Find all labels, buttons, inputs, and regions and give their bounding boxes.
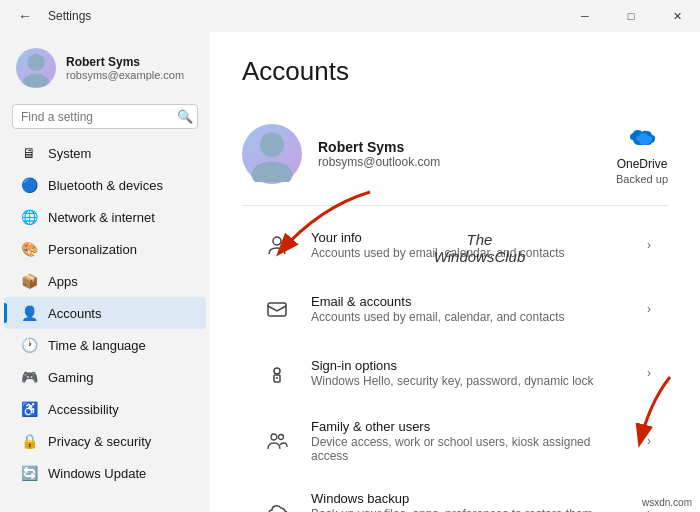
nav-icon-accessibility: ♿ [20, 400, 38, 418]
settings-desc-email-accounts: Accounts used by email, calendar, and co… [311, 310, 631, 324]
wsxdn-badge: wsxdn.com [642, 497, 692, 508]
chevron-icon-sign-in: › [647, 366, 651, 380]
profile-name: Robert Syms [318, 139, 600, 155]
sidebar-item-system[interactable]: 🖥 System [4, 137, 206, 169]
sidebar-item-accessibility[interactable]: ♿ Accessibility [4, 393, 206, 425]
settings-item-sign-in[interactable]: Sign-in options Windows Hello, security … [242, 342, 668, 404]
nav-icon-network: 🌐 [20, 208, 38, 226]
settings-icon-family [259, 423, 295, 459]
sidebar-item-network[interactable]: 🌐 Network & internet [4, 201, 206, 233]
settings-text-your-info: Your info Accounts used by email, calend… [311, 230, 631, 260]
settings-desc-your-info: Accounts used by email, calendar, and co… [311, 246, 631, 260]
app-body: Robert Syms robsyms@example.com 🔍 🖥 Syst… [0, 32, 700, 512]
onedrive-status: Backed up [616, 173, 668, 185]
sidebar-item-update[interactable]: 🔄 Windows Update [4, 457, 206, 489]
settings-item-family[interactable]: Family & other users Device access, work… [242, 406, 668, 476]
maximize-button[interactable]: □ [608, 0, 654, 32]
onedrive-icon [626, 123, 658, 155]
nav-icon-bluetooth: 🔵 [20, 176, 38, 194]
sidebar-user-name: Robert Syms [66, 55, 194, 69]
close-button[interactable]: ✕ [654, 0, 700, 32]
nav-icon-privacy: 🔒 [20, 432, 38, 450]
nav-label-gaming: Gaming [48, 370, 94, 385]
settings-icon-sign-in [259, 355, 295, 391]
nav-label-accessibility: Accessibility [48, 402, 119, 417]
settings-icon-email-accounts [259, 291, 295, 327]
profile-info: Robert Syms robsyms@outlook.com [318, 139, 600, 169]
chevron-icon-your-info: › [647, 238, 651, 252]
settings-icon-your-info [259, 227, 295, 263]
profile-card: Robert Syms robsyms@outlook.com OneDrive [242, 107, 668, 206]
svg-point-4 [273, 237, 281, 245]
onedrive-label: OneDrive [617, 157, 668, 171]
settings-title-email-accounts: Email & accounts [311, 294, 631, 309]
settings-title-sign-in: Sign-in options [311, 358, 631, 373]
profile-avatar-large [242, 124, 302, 184]
sidebar-search-box[interactable]: 🔍 [12, 104, 198, 129]
sidebar-user-email: robsyms@example.com [66, 69, 194, 81]
sidebar-item-personalization[interactable]: 🎨 Personalization [4, 233, 206, 265]
svg-point-1 [23, 74, 50, 87]
sidebar-item-apps[interactable]: 📦 Apps [4, 265, 206, 297]
nav-icon-time: 🕐 [20, 336, 38, 354]
sidebar-item-bluetooth[interactable]: 🔵 Bluetooth & devices [4, 169, 206, 201]
settings-desc-family: Device access, work or school users, kio… [311, 435, 631, 463]
nav-label-apps: Apps [48, 274, 78, 289]
nav-icon-gaming: 🎮 [20, 368, 38, 386]
svg-point-8 [276, 377, 278, 379]
content-wrapper: Accounts Robert Syms robsyms@outlook.com [210, 32, 700, 512]
sidebar-avatar [16, 48, 56, 88]
settings-item-email-accounts[interactable]: Email & accounts Accounts used by email,… [242, 278, 668, 340]
svg-point-2 [260, 133, 284, 157]
onedrive-badge: OneDrive Backed up [616, 123, 668, 185]
content-inner: Accounts Robert Syms robsyms@outlook.com [210, 32, 700, 512]
settings-item-your-info[interactable]: Your info Accounts used by email, calend… [242, 214, 668, 276]
nav-label-update: Windows Update [48, 466, 146, 481]
settings-item-backup[interactable]: Windows backup Back up your files, apps,… [242, 478, 668, 512]
settings-desc-backup: Back up your files, apps, preferences to… [311, 507, 631, 512]
nav-list: 🖥 System 🔵 Bluetooth & devices 🌐 Network… [0, 137, 210, 489]
svg-point-10 [279, 435, 284, 440]
title-bar-controls: ─ □ ✕ [562, 0, 700, 32]
settings-title-family: Family & other users [311, 419, 631, 434]
svg-point-3 [251, 161, 292, 182]
back-button[interactable]: ← [12, 4, 38, 28]
settings-list: Your info Accounts used by email, calend… [242, 214, 668, 512]
sidebar-item-accounts[interactable]: 👤 Accounts [4, 297, 206, 329]
search-icon: 🔍 [177, 109, 193, 124]
title-bar-left: ← Settings [12, 4, 91, 28]
nav-label-time: Time & language [48, 338, 146, 353]
settings-title-backup: Windows backup [311, 491, 631, 506]
nav-icon-accounts: 👤 [20, 304, 38, 322]
sidebar-profile: Robert Syms robsyms@example.com [0, 40, 210, 104]
nav-label-network: Network & internet [48, 210, 155, 225]
search-input[interactable] [21, 110, 171, 124]
nav-label-accounts: Accounts [48, 306, 101, 321]
settings-text-family: Family & other users Device access, work… [311, 419, 631, 463]
minimize-button[interactable]: ─ [562, 0, 608, 32]
sidebar-item-privacy[interactable]: 🔒 Privacy & security [4, 425, 206, 457]
settings-title-your-info: Your info [311, 230, 631, 245]
settings-text-backup: Windows backup Back up your files, apps,… [311, 491, 631, 512]
nav-icon-update: 🔄 [20, 464, 38, 482]
sidebar: Robert Syms robsyms@example.com 🔍 🖥 Syst… [0, 32, 210, 512]
nav-icon-personalization: 🎨 [20, 240, 38, 258]
nav-label-personalization: Personalization [48, 242, 137, 257]
chevron-icon-family: › [647, 434, 651, 448]
sidebar-item-gaming[interactable]: 🎮 Gaming [4, 361, 206, 393]
nav-label-bluetooth: Bluetooth & devices [48, 178, 163, 193]
svg-point-0 [27, 54, 44, 71]
settings-icon-backup [259, 495, 295, 512]
svg-point-9 [271, 434, 277, 440]
sidebar-item-time[interactable]: 🕐 Time & language [4, 329, 206, 361]
nav-label-system: System [48, 146, 91, 161]
page-title: Accounts [242, 56, 668, 87]
svg-rect-5 [268, 303, 286, 316]
title-bar: ← Settings ─ □ ✕ [0, 0, 700, 32]
settings-text-sign-in: Sign-in options Windows Hello, security … [311, 358, 631, 388]
sidebar-user-info: Robert Syms robsyms@example.com [66, 55, 194, 81]
chevron-icon-email-accounts: › [647, 302, 651, 316]
nav-icon-system: 🖥 [20, 144, 38, 162]
nav-icon-apps: 📦 [20, 272, 38, 290]
svg-point-6 [274, 368, 280, 374]
